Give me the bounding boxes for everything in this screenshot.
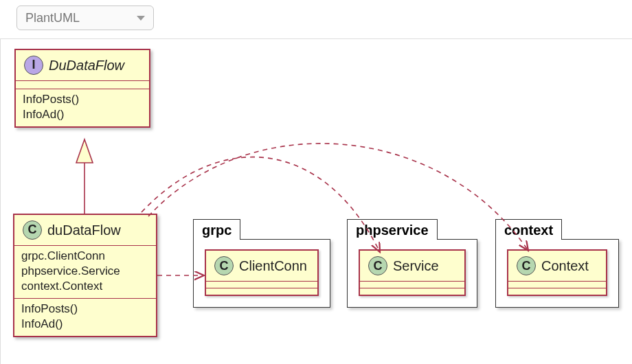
field: phpservice.Service <box>21 264 149 279</box>
class-icon: C <box>23 220 42 240</box>
class-icon: C <box>368 256 387 275</box>
class-service[interactable]: C Service <box>359 249 466 296</box>
class-dudataflow[interactable]: C duDataFlow grpc.ClientConn phpservice.… <box>13 214 157 337</box>
package-context[interactable]: context C Context <box>495 219 619 308</box>
class-icon: C <box>517 256 536 275</box>
method: InfoAd() <box>21 317 149 332</box>
svg-marker-1 <box>76 139 93 163</box>
field: context.Context <box>21 279 149 294</box>
diagram-canvas: I DuDataFlow InfoPosts() InfoAd() C duDa… <box>0 38 632 364</box>
class-name: Service <box>393 258 439 274</box>
interface-methods: InfoPosts() InfoAd() <box>16 89 149 126</box>
method: InfoPosts() <box>23 92 142 107</box>
package-grpc[interactable]: grpc C ClientConn <box>193 219 330 308</box>
method: InfoAd() <box>23 107 142 122</box>
interface-name: DuDataFlow <box>49 56 124 74</box>
interface-icon: I <box>24 56 43 75</box>
package-phpservice[interactable]: phpservice C Service <box>347 219 477 308</box>
package-label: phpservice <box>347 219 438 240</box>
relation-realization <box>76 139 93 214</box>
class-name: duDataFlow <box>47 221 121 239</box>
class-icon: C <box>214 256 234 275</box>
class-name: ClientConn <box>239 258 307 274</box>
package-label: grpc <box>193 219 240 240</box>
class-fields: grpc.ClientConn phpservice.Service conte… <box>14 245 156 298</box>
field: grpc.ClientConn <box>21 249 149 264</box>
class-methods: InfoPosts() InfoAd() <box>14 298 156 336</box>
class-clientconn[interactable]: C ClientConn <box>205 249 319 296</box>
diagram-type-select[interactable]: PlantUML <box>16 5 154 30</box>
diagram-type-value: PlantUML <box>25 11 80 25</box>
interface-dudataflow[interactable]: I DuDataFlow InfoPosts() InfoAd() <box>14 49 150 128</box>
method: InfoPosts() <box>21 302 149 317</box>
package-label: context <box>495 219 562 240</box>
class-context[interactable]: C Context <box>507 249 607 296</box>
class-name: Context <box>541 258 589 274</box>
chevron-down-icon <box>137 16 145 21</box>
